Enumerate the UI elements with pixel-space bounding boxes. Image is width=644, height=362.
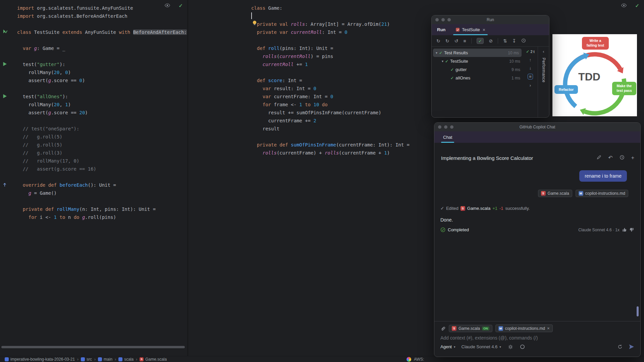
folder-icon (118, 357, 122, 361)
expand-panel-icon[interactable]: › (530, 83, 531, 87)
show-passed-icon[interactable]: ✓ (477, 38, 484, 44)
performance-strip: ‹ Performance (538, 47, 549, 117)
run-window-titlebar[interactable]: Run (432, 15, 549, 24)
chat-input[interactable] (440, 335, 634, 341)
thumbs-down-icon[interactable] (629, 227, 634, 232)
edit-title-icon[interactable] (596, 155, 601, 161)
aws-status-label[interactable]: AWS: (414, 357, 424, 362)
run-toolbar: ↻ ↻ ↺ ■ ✓ ⊘ ⇅ ↧ (432, 35, 549, 47)
input-chip-game-scala[interactable]: S Game.scala ON (449, 325, 492, 332)
stop-icon[interactable]: ■ (463, 39, 466, 43)
overriding-method-gutter-icon[interactable] (3, 182, 8, 188)
agent-mode-dropdown[interactable]: Agent (440, 344, 452, 349)
no-problems-check-icon[interactable]: ✓ (635, 3, 639, 9)
plugin-status-icon[interactable] (407, 357, 411, 362)
reader-mode-eye-icon[interactable] (164, 3, 170, 9)
intention-bulb-icon[interactable] (252, 20, 257, 27)
no-problems-check-icon[interactable]: ✓ (178, 3, 183, 9)
filter-tests-icon[interactable]: ≡ (528, 74, 533, 79)
history-icon[interactable] (521, 38, 526, 44)
run-test-gutter-icon[interactable] (3, 62, 8, 67)
send-icon[interactable] (629, 344, 634, 350)
history-icon[interactable] (620, 155, 625, 161)
markdown-file-icon: M (579, 191, 583, 196)
import-results-icon[interactable]: ↧ (512, 39, 516, 43)
tab-chat[interactable]: Chat (441, 131, 454, 143)
next-test-icon[interactable]: ↓ (529, 66, 532, 70)
testsuite-tab-icon (455, 27, 460, 32)
chevron-down-icon[interactable]: ▾ (442, 59, 443, 63)
testsuite-code[interactable]: import org.scalatest.funsuite.AnyFunSuit… (17, 4, 187, 221)
chevron-down-icon[interactable]: ▾ (436, 51, 437, 55)
show-ignored-icon[interactable]: ⊘ (489, 39, 493, 43)
run-toolwindow-label: Run (437, 27, 445, 32)
performance-tab[interactable]: Performance (541, 58, 546, 82)
test-passed-icon: ✓ (450, 67, 454, 72)
message-context-chips: S Game.scala M copilot-instructions.md (538, 190, 628, 197)
inspection-widget: ✓ (164, 3, 183, 9)
retry-icon[interactable] (618, 344, 623, 349)
window-controls[interactable] (438, 125, 453, 129)
tab-testsuite[interactable]: TestSuite × (452, 24, 489, 35)
game-code[interactable]: class Game: private val rolls: Array[Int… (251, 4, 410, 157)
previous-test-icon[interactable]: ↑ (529, 58, 532, 62)
tree-row-allones[interactable]: ✓ allOnes 1 ms (432, 74, 523, 82)
breadcrumb-src[interactable]: src (81, 357, 92, 362)
test-duration: 10 ms (509, 59, 523, 64)
breadcrumb-main[interactable]: main (98, 357, 112, 362)
close-icon[interactable]: × (547, 326, 550, 331)
thumbs-up-icon[interactable] (622, 227, 627, 232)
tests-passed-badge: ✓ 2 t (526, 49, 534, 54)
auto-test-icon[interactable]: ↺ (454, 39, 458, 43)
reader-mode-eye-icon[interactable] (621, 3, 627, 9)
tree-label: Test Results (444, 50, 468, 55)
context-chip-instructions[interactable]: M copilot-instructions.md (576, 190, 628, 197)
window-controls[interactable] (435, 18, 451, 21)
new-chat-icon[interactable]: + (631, 155, 634, 161)
chat-scrollbar[interactable] (637, 306, 639, 316)
chat-controls-row: Agent ▾ Claude Sonnet 4.6 ▾ (440, 344, 634, 350)
tdd-cycle-image: TDD Write a failing test Make the test p… (552, 34, 637, 116)
breadcrumb-separator: › (136, 357, 137, 362)
step-label: test pass (616, 88, 632, 93)
edited-file-name[interactable]: Game.scala (467, 206, 490, 211)
run-test-gutter-icon[interactable] (3, 94, 8, 99)
chat-thread-header: Implementing a Bowling Score Calculator … (441, 155, 634, 161)
test-duration: 1 ms (512, 76, 523, 80)
test-duration: 10 ms (508, 51, 522, 55)
input-chip-instructions[interactable]: M copilot-instructions.md × (495, 324, 553, 332)
tree-row-gutter[interactable]: ✓ gutter 9 ms (432, 65, 523, 74)
chat-tab-strip: Chat (434, 131, 640, 143)
tools-icon[interactable] (508, 344, 513, 350)
breadcrumb-label: scala (124, 357, 133, 362)
breadcrumb-game-scala[interactable]: S Game.scala (140, 357, 167, 362)
breadcrumb-label: imperative-bowling-kata-2026-03-21 (10, 357, 75, 362)
run-class-gutter-icon[interactable] (3, 29, 8, 34)
rerun-failed-icon[interactable]: ↻ (445, 39, 449, 43)
copilot-window-titlebar[interactable]: GitHub Copilot Chat (434, 123, 640, 131)
rerun-icon[interactable]: ↻ (436, 39, 440, 43)
model-dropdown[interactable]: Claude Sonnet 4.6 (462, 344, 498, 349)
tree-row-testsuite[interactable]: ▾ ✓ TestSuite 10 ms (432, 57, 523, 65)
step-label: Write a (590, 39, 601, 43)
close-icon[interactable]: × (483, 27, 485, 33)
editor-pane-testsuite[interactable]: import org.scalatest.funsuite.AnyFunSuit… (0, 0, 188, 356)
collapse-icon[interactable]: ‹ (543, 49, 544, 54)
completed-status-row: Completed Claude Sonnet 4.6 · 1x (440, 227, 634, 232)
horizontal-scrollbar[interactable] (1, 346, 185, 348)
chevron-down-icon[interactable]: ▾ (499, 345, 501, 349)
toolbar-separator (471, 38, 472, 44)
sort-icon[interactable]: ⇅ (503, 39, 507, 43)
breadcrumb-separator: › (94, 357, 96, 362)
context-chip-game-scala[interactable]: S Game.scala (538, 190, 572, 197)
tree-row-test-results[interactable]: ▾ ✓ Test Results 10 ms (433, 49, 522, 57)
breadcrumb-project[interactable]: imperative-bowling-kata-2026-03-21 (5, 357, 75, 362)
run-side-toolbar: ✓ 2 t ↑ ↓ ≡ › (523, 47, 538, 117)
breadcrumb-scala[interactable]: scala (118, 357, 133, 362)
edited-label: Edited (446, 206, 459, 211)
undo-icon[interactable]: ↶ (608, 155, 612, 161)
usage-ring-icon[interactable] (520, 344, 525, 349)
paperclip-icon[interactable] (440, 326, 446, 331)
chevron-down-icon[interactable]: ▾ (454, 345, 455, 349)
lines-removed: -1 (499, 206, 503, 211)
